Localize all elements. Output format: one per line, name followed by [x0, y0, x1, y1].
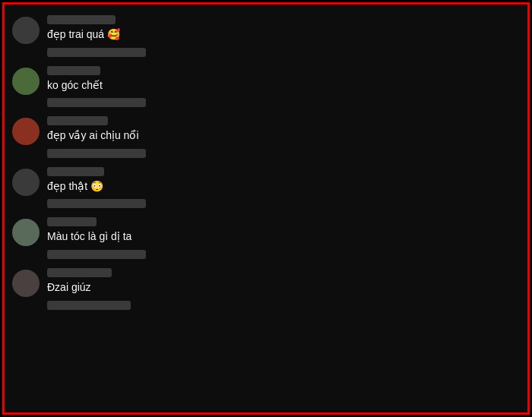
comment-body: đẹp vầy ai chịu nổi: [47, 116, 146, 158]
comment-text: ko góc chết: [47, 78, 146, 93]
avatar: [12, 118, 40, 145]
username-bar: [47, 116, 108, 125]
avatar: [12, 219, 40, 246]
username-bar: [47, 167, 104, 176]
comment-body: Đzai giúz: [47, 268, 131, 310]
comments-container: đẹp trai quá 🥰 ko góc chết đẹp vầy ai ch…: [2, 2, 530, 415]
comment-text: Màu tóc là gì dị ta: [47, 229, 146, 245]
username-bar: [47, 217, 97, 226]
avatar: [12, 17, 40, 44]
comment-body: ko góc chết: [47, 66, 146, 108]
comment-item: ko góc chết: [5, 62, 527, 112]
reaction-bar: [47, 98, 146, 107]
username-bar: [47, 15, 116, 24]
comment-item: Đzai giúz: [5, 264, 527, 314]
comment-body: Màu tóc là gì dị ta: [47, 217, 146, 259]
comment-text: đẹp trai quá 🥰: [47, 27, 146, 43]
comment-text: đẹp thật 😳: [47, 179, 146, 194]
comment-item: đẹp thật 😳: [5, 163, 527, 213]
username-bar: [47, 66, 100, 75]
username-bar: [47, 268, 112, 277]
comments-list: đẹp trai quá 🥰 ko góc chết đẹp vầy ai ch…: [5, 5, 527, 321]
reaction-bar: [47, 199, 146, 208]
avatar: [12, 68, 40, 95]
avatar: [12, 270, 40, 297]
comment-item: đẹp vầy ai chịu nổi: [5, 112, 527, 163]
reaction-bar: [47, 301, 131, 310]
reaction-bar: [47, 250, 146, 259]
comment-text: Đzai giúz: [47, 280, 131, 295]
comment-body: đẹp trai quá 🥰: [47, 15, 146, 57]
comment-item: đẹp trai quá 🥰: [5, 11, 527, 62]
comment-text: đẹp vầy ai chịu nổi: [47, 128, 146, 144]
reaction-bar: [47, 149, 146, 158]
comment-item: Màu tóc là gì dị ta: [5, 213, 527, 264]
avatar: [12, 169, 40, 196]
reaction-bar: [47, 48, 146, 57]
comment-body: đẹp thật 😳: [47, 167, 146, 209]
